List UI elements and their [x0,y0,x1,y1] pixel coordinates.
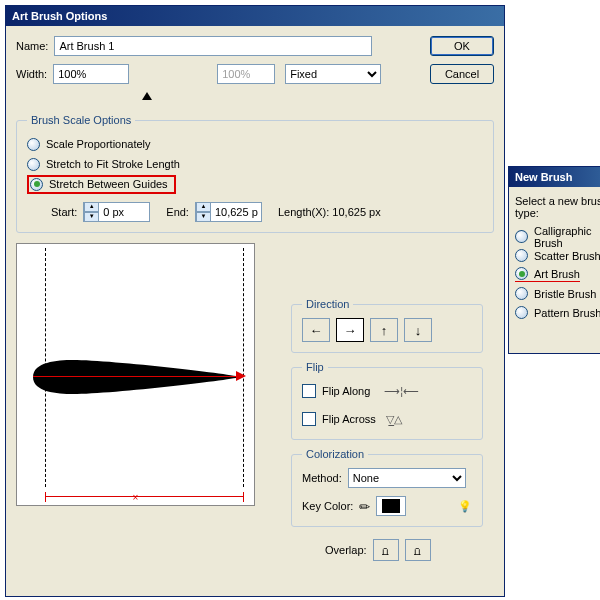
radio-art-brush[interactable]: Art Brush [515,265,600,284]
radio-bristle[interactable]: Bristle Brush [515,284,600,303]
overlap-off-icon: ⩍ [382,543,389,558]
radio-scale-proportionately[interactable]: Scale Proportionately [27,134,483,154]
art-brush-options-dialog: Art Brush Options Name: OK Width: Fixed … [5,5,505,597]
flip-fieldset: Flip Flip Along⟶¦⟵ Flip Across▽̲△ [291,361,483,440]
chevron-down-icon: ▼ [84,212,99,222]
key-color-label: Key Color: [302,500,353,512]
end-spinner[interactable]: ▲▼ [195,202,262,222]
method-select[interactable]: None [348,468,466,488]
name-input[interactable] [54,36,372,56]
brush-scale-legend: Brush Scale Options [27,114,135,126]
radio-scatter[interactable]: Scatter Brush [515,246,600,265]
direction-fieldset: Direction ← → ↑ ↓ [291,298,483,353]
chevron-up-icon: ▲ [196,202,211,212]
direction-left-button[interactable]: ← [302,318,330,342]
overlap-label: Overlap: [325,544,367,556]
colorization-fieldset: Colorization Method:None Key Color:✎💡 [291,448,483,527]
arrow-up-icon: ↑ [381,323,388,338]
width-label: Width: [16,68,47,80]
x-marker-icon: × [133,492,139,503]
flip-legend: Flip [302,361,328,373]
start-label: Start: [51,206,77,218]
radio-calligraphic[interactable]: Calligraphic Brush [515,227,600,246]
end-label: End: [166,206,189,218]
flip-across-checkbox[interactable]: Flip Across▽̲△ [302,409,472,429]
direction-legend: Direction [302,298,353,310]
arrow-right-icon: → [344,323,357,338]
direction-right-button[interactable]: → [336,318,364,342]
key-color-swatch[interactable] [376,496,406,516]
tips-icon[interactable]: 💡 [458,500,472,513]
overlap-on-icon: ⩍ [414,543,421,558]
arrow-down-icon: ↓ [415,323,422,338]
radio-stretch-guides[interactable]: Stretch Between Guides [27,174,483,194]
radio-stretch-fit[interactable]: Stretch to Fit Stroke Length [27,154,483,174]
width-input[interactable] [53,64,129,84]
width-slider[interactable] [74,92,382,102]
new-brush-prompt: Select a new brush type: [515,195,600,219]
brush-shape-icon [33,360,243,394]
overlap-off-button[interactable]: ⩍ [373,539,399,561]
name-label: Name: [16,40,48,52]
eyedropper-icon[interactable]: ✎ [356,497,374,515]
chevron-up-icon: ▲ [84,202,99,212]
dialog-title: Art Brush Options [6,6,504,26]
new-brush-title: New Brush [509,167,600,187]
start-spinner[interactable]: ▲▼ [83,202,150,222]
method-label: Method: [302,472,342,484]
direction-down-button[interactable]: ↓ [404,318,432,342]
cancel-button[interactable]: Cancel [430,64,494,84]
length-label: Length(X): 10,625 px [278,206,381,218]
overlap-on-button[interactable]: ⩍ [405,539,431,561]
arrow-left-icon: ← [310,323,323,338]
flip-along-icon: ⟶¦⟵ [384,385,419,398]
width-input-disabled [217,64,275,84]
new-brush-dialog: New Brush Select a new brush type: Calli… [508,166,600,354]
brush-preview: × [16,243,255,506]
colorization-legend: Colorization [302,448,368,460]
flip-across-icon: ▽̲△ [386,413,402,426]
flip-along-checkbox[interactable]: Flip Along⟶¦⟵ [302,381,472,401]
chevron-down-icon: ▼ [196,212,211,222]
brush-scale-fieldset: Brush Scale Options Scale Proportionatel… [16,114,494,233]
radio-pattern[interactable]: Pattern Brush [515,303,600,322]
ok-button[interactable]: OK [430,36,494,56]
width-mode-select[interactable]: Fixed [285,64,381,84]
direction-up-button[interactable]: ↑ [370,318,398,342]
slider-thumb-icon[interactable] [142,92,152,100]
